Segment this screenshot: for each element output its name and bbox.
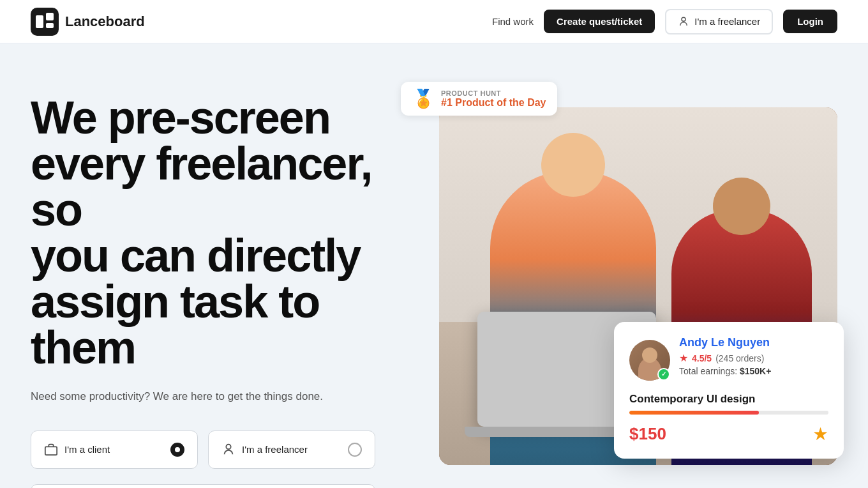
svg-rect-1: [36, 15, 43, 28]
skill-progress-fill: [629, 411, 759, 415]
person-icon: [221, 443, 236, 457]
medal-icon: 🏅: [412, 88, 435, 109]
logo[interactable]: Lanceboard: [31, 8, 145, 36]
client-radio: [170, 443, 184, 457]
hero-title: We pre-screen every freelancer, so you c…: [31, 95, 375, 370]
svg-rect-0: [31, 8, 59, 36]
svg-point-6: [226, 444, 230, 448]
rating-row: ★ 4.5/5 (245 orders): [679, 352, 771, 364]
gold-star-icon: ★: [812, 423, 828, 445]
freelancer-name: Andy Le Nguyen: [679, 336, 771, 349]
svg-rect-3: [46, 23, 54, 28]
client-role-card[interactable]: I'm a client: [31, 431, 198, 469]
freelancer-nav-button[interactable]: I'm a freelancer: [665, 9, 773, 34]
navbar: Lanceboard Find work Create quest/ticket…: [0, 0, 868, 43]
freelancer-skill: Contemporary UI design: [629, 393, 828, 406]
briefcase-icon: [44, 443, 58, 457]
email-input-wrap: [31, 484, 375, 489]
hero-left: We pre-screen every freelancer, so you c…: [31, 82, 375, 488]
ph-label: PRODUCT HUNT: [441, 89, 546, 97]
svg-point-4: [682, 17, 685, 21]
earnings: Total earnings: $150K+: [679, 366, 771, 376]
nav-actions: Find work Create quest/ticket I'm a free…: [492, 9, 837, 34]
freelancer-card: ✓ Andy Le Nguyen ★ 4.5/5 (245 orders) To…: [614, 322, 844, 459]
svg-rect-2: [46, 13, 54, 20]
create-quest-button[interactable]: Create quest/ticket: [544, 10, 655, 33]
order-count: (245 orders): [715, 353, 764, 363]
login-button[interactable]: Login: [783, 10, 837, 33]
brand-name: Lanceboard: [65, 13, 145, 30]
rating-value: 4.5/5: [692, 353, 712, 363]
skill-progress-bar: [629, 411, 828, 415]
logo-icon: [31, 8, 59, 36]
star-icon: ★: [679, 352, 688, 364]
user-icon: [678, 16, 689, 27]
freelancer-role-card[interactable]: I'm a freelancer: [208, 431, 375, 469]
client-label: I'm a client: [64, 444, 110, 455]
freelancer-label: I'm a freelancer: [242, 444, 308, 455]
product-hunt-badge: 🏅 PRODUCT HUNT #1 Product of the Day: [401, 82, 557, 116]
hero-right: 🏅 PRODUCT HUNT #1 Product of the Day ✓: [401, 82, 837, 452]
freelancer-price: $150: [629, 424, 666, 444]
freelancer-radio: [348, 443, 362, 457]
online-badge: ✓: [657, 368, 670, 381]
ph-title: #1 Product of the Day: [441, 97, 546, 109]
svg-rect-5: [45, 446, 57, 455]
main-content: We pre-screen every freelancer, so you c…: [0, 43, 868, 488]
hero-subtitle: Need some productivity? We are here to g…: [31, 388, 375, 405]
role-selector: I'm a client I'm a freelancer: [31, 431, 375, 469]
find-work-link[interactable]: Find work: [492, 16, 534, 27]
email-input[interactable]: [31, 484, 375, 489]
